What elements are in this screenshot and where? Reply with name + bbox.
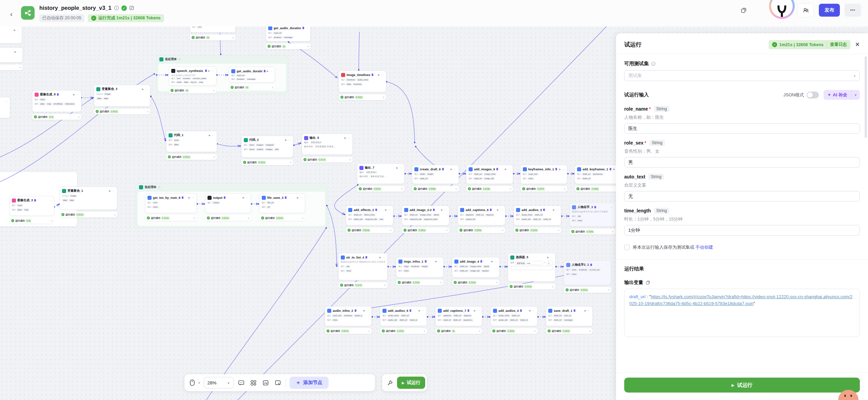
node-status[interactable]: ✓ 运行成功 0.310s ∨ bbox=[514, 227, 561, 233]
test-run-button[interactable]: ▶ 试运行 bbox=[397, 377, 425, 389]
node-status[interactable]: ✓ 运行成功 6.8s ∨ bbox=[9, 218, 54, 224]
node-actions[interactable]: ▶ ⋯ bbox=[243, 196, 249, 199]
node-变量聚合_1[interactable]: 变量聚合_1▶ ⋯Group1imagedatadata✓ 运行成功 0.001… bbox=[60, 187, 117, 210]
node-status[interactable]: ✓ 运行成功 0.445s ∨ bbox=[575, 186, 622, 192]
chevron-down-icon[interactable]: ∨ bbox=[232, 36, 234, 39]
node-status[interactable]: ✓ 运行成功 0.001s ∨ bbox=[564, 287, 611, 293]
save-testset-checkbox[interactable] bbox=[624, 245, 630, 250]
node-add_imags_4[interactable]: add_imags_4▶ ⋯输入draft_urlimage_infosalph… bbox=[452, 257, 499, 278]
role-name-input[interactable]: 医生 bbox=[624, 123, 860, 134]
node-get_tex_by_num_9[interactable]: get_tex_by_num_9▶ ⋯输入num输出texts✓ 运行成功 0.… bbox=[145, 193, 197, 213]
node-图像生成_8[interactable]: 图像生成_8▶ ⋯输入input输出datamsgerrorBodyisSucc… bbox=[32, 90, 81, 112]
chevron-down-icon[interactable]: ∨ bbox=[272, 86, 273, 89]
node-status[interactable]: ✓ 运行成功 0.002s ∨ bbox=[339, 94, 386, 100]
role-sex-input[interactable]: 男 bbox=[624, 157, 860, 168]
node-status[interactable]: ✓ 运行成功 0.332s ∨ bbox=[546, 328, 593, 334]
node-actions[interactable]: ⋯ bbox=[49, 199, 52, 202]
zoom-select[interactable]: 28%∨ bbox=[204, 377, 234, 388]
node-status[interactable]: ✓ 运行成功 0.524s ∨ bbox=[346, 227, 393, 233]
node-actions[interactable]: ▶ ⋯ bbox=[396, 167, 402, 169]
node-get_audio_duration_2[interactable]: get_audio_duration_2▶ ⋯输入mp3_url输出durati… bbox=[229, 67, 275, 82]
node-speech_synthesis_3[interactable]: speech_synthesis_3▶ ⋯语音合成并上传语音文件输入textem… bbox=[169, 66, 216, 85]
node-status[interactable]: ✓ 运行成功 0.117s ∨ bbox=[338, 282, 388, 288]
chevron-down-icon[interactable]: ∨ bbox=[290, 161, 292, 164]
node-status[interactable]: ✓ 运行成功 2s ∨ bbox=[169, 88, 216, 93]
chevron-down-icon[interactable]: ∨ bbox=[384, 284, 386, 287]
node-add_captions_7[interactable]: add_captions_7▶ ⋯输入captionsdraft_urlalig… bbox=[435, 306, 482, 326]
json-mode-toggle[interactable] bbox=[807, 92, 819, 98]
node-status[interactable]: ✓ 运行成功 0.021s ∨ bbox=[166, 154, 217, 160]
chevron-down-icon[interactable]: ∨ bbox=[248, 217, 249, 220]
chevron-down-icon[interactable]: ∨ bbox=[510, 188, 511, 190]
node-file_save_3[interactable]: file_save_3▶ ⋯输入file_url输出url✓ 运行成功 0.53… bbox=[259, 193, 305, 213]
chevron-down-icon[interactable]: ∨ bbox=[558, 229, 559, 232]
node-actions[interactable]: ⋯ bbox=[610, 206, 613, 209]
node-add_audios_3[interactable]: add_audios_3▶ ⋯输入audio_infosdraft_url输出a… bbox=[514, 206, 561, 225]
chevron-down-icon[interactable]: ∨ bbox=[51, 220, 53, 222]
node-status[interactable]: ∨ bbox=[0, 64, 23, 70]
chevron-down-icon[interactable]: ∨ bbox=[349, 158, 351, 161]
chevron-down-icon[interactable]: ∨ bbox=[455, 188, 457, 190]
node-status[interactable]: ✓ 运行成功 0.281s ∨ bbox=[402, 227, 449, 233]
chevron-down-icon[interactable]: ∨ bbox=[440, 281, 442, 284]
frame-button[interactable] bbox=[274, 378, 282, 387]
node-actions[interactable]: ▶ ⋯ bbox=[14, 29, 20, 32]
publish-button[interactable]: 发布 bbox=[819, 4, 840, 17]
node-图像生成_2[interactable]: 图像生成_2⋯输入input bbox=[0, 97, 10, 118]
ai-complete-caret[interactable]: ∨ bbox=[851, 90, 860, 100]
node-imgs_infos_1[interactable]: imgs_infos_1▶ ⋯输入imgstimelinesheight输出in… bbox=[396, 257, 443, 278]
chevron-down-icon[interactable]: ∨ bbox=[114, 213, 116, 216]
panel-test-run-button[interactable]: ▶ 试运行 bbox=[624, 378, 860, 393]
node-status[interactable]: ✓ 运行成功 0.531s ∨ bbox=[259, 215, 305, 221]
node-代码_1[interactable]: 代码_1▶ ⋯输入texts输出data✓ 运行成功 0.021s ∨ bbox=[166, 131, 217, 152]
node-actions[interactable]: ▶ ⋯ bbox=[451, 168, 456, 171]
chevron-down-icon[interactable]: ∨ bbox=[213, 89, 215, 92]
node-card[interactable]: ▶ ⋯∨ bbox=[0, 47, 23, 62]
chevron-down-icon[interactable]: ∨ bbox=[214, 156, 215, 158]
node-actions[interactable]: ▶ ⋯ bbox=[385, 209, 391, 211]
node-actions[interactable]: ▶ ⋯ bbox=[553, 209, 559, 211]
node-输出_5[interactable]: 输出_5▶ ⋯输出 未配置输出输出内容 历史影视剧 具体成…✓ 运行成功 0.0… bbox=[302, 134, 353, 155]
node-status[interactable]: ✓ 运行成功 0.007s ∨ bbox=[325, 328, 372, 334]
node-图像生成_3[interactable]: 图像生成_3⋯输入input输出datamsg✓ 运行成功 6.8s ∨ bbox=[9, 196, 54, 216]
node-actions[interactable]: ▶ ⋯ bbox=[267, 70, 273, 73]
auto-text-input[interactable]: 无 bbox=[624, 191, 860, 202]
node-add_audios_5[interactable]: add_audios_5▶ ⋯输入audio_infosdraft_url输出a… bbox=[380, 306, 427, 326]
chevron-down-icon[interactable]: ∨ bbox=[147, 110, 149, 113]
node-actions[interactable]: ▶ ⋯ bbox=[297, 196, 303, 199]
chevron-down-icon[interactable]: ∨ bbox=[390, 229, 392, 232]
node-audio_infos_2[interactable]: audio_infos_2▶ ⋯输入mp3_urlstimelinesaudio… bbox=[325, 306, 372, 326]
node-actions[interactable]: ▶ ⋯ bbox=[344, 137, 350, 139]
chevron-down-icon[interactable]: ∨ bbox=[502, 229, 504, 232]
copy-icon[interactable] bbox=[646, 280, 650, 285]
node-status[interactable]: ✓ 运行成功 0.001s ∨ bbox=[357, 186, 405, 192]
node-status[interactable]: ✓ 运行成功 0.210s ∨ bbox=[452, 280, 499, 285]
chevron-down-icon[interactable]: ∨ bbox=[612, 230, 614, 233]
node-status[interactable]: ✓ 运行成功 0.101s ∨ bbox=[145, 215, 197, 221]
node-actions[interactable]: ▶ ⋯ bbox=[474, 309, 480, 312]
chevron-down-icon[interactable]: ∨ bbox=[193, 217, 195, 220]
node-actions[interactable]: ▶ ⋯ bbox=[73, 93, 79, 96]
node-actions[interactable]: ▶ ⋯ bbox=[491, 260, 497, 263]
info-icon[interactable] bbox=[651, 61, 656, 66]
chevron-down-icon[interactable]: ∨ bbox=[383, 96, 384, 99]
draft-url-link[interactable]: https://ts.fyshark.com/#/cozeToJianyin?d… bbox=[629, 294, 852, 306]
chevron-down-icon[interactable]: ∨ bbox=[368, 330, 370, 332]
node-status[interactable]: ✓ 运行成功 0.031s ∨ bbox=[241, 159, 293, 165]
chevron-down-icon[interactable]: ∨ bbox=[479, 330, 480, 332]
mouse-mode-button[interactable] bbox=[188, 378, 197, 387]
node-actions[interactable]: ▶ ⋯ bbox=[209, 134, 215, 137]
node-status[interactable]: ✓ 运行成功 0.150s ∨ bbox=[570, 229, 615, 234]
node-status[interactable]: ✓ 运行成功 1s ∨ bbox=[266, 43, 311, 49]
node-status[interactable]: ✓ 运行成功 0.318s ∨ bbox=[466, 186, 513, 192]
node-add_keyframes_1[interactable]: add_keyframes_1▶ ⋯输入draft_urlkeyframes输出… bbox=[575, 165, 622, 184]
node-actions[interactable]: ▶ ⋯ bbox=[497, 209, 503, 211]
node-status[interactable]: ✓ 运行成功 2s ∨ bbox=[229, 84, 275, 90]
node-actions[interactable]: ▶ ⋯ bbox=[529, 309, 535, 312]
node-status[interactable]: ✓ 运行成功 0.017s ∨ bbox=[302, 157, 353, 163]
node-status[interactable]: ✓ 运行成功 0.001s ∨ bbox=[205, 215, 251, 221]
add-node-button[interactable]: ＋ 添加节点 bbox=[290, 377, 329, 389]
node-status[interactable]: ✓ 运行成功 1.221s ∨ bbox=[380, 328, 427, 334]
node-actions[interactable]: ▶ ⋯ bbox=[547, 256, 553, 259]
node-actions[interactable]: ▶ ⋯ bbox=[363, 309, 369, 312]
